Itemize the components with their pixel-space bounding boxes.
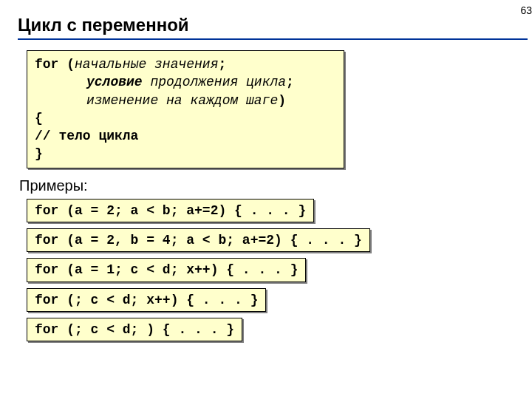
syntax-line-3: изменение на каждом шаге): [35, 92, 336, 109]
syntax-line-1: for (начальные значения;: [35, 55, 336, 73]
syntax-line-2: условие продолжения цикла;: [35, 73, 336, 91]
open-paren: (: [58, 57, 75, 72]
examples-label: Примеры:: [19, 177, 532, 194]
sep-1: ;: [218, 57, 226, 72]
part-cond-bold: условие: [86, 75, 143, 89]
examples-list: for (a = 2; a < b; a+=2) { . . . } for (…: [18, 199, 532, 341]
part-init: начальные значения: [75, 57, 218, 72]
page-number: 63: [520, 4, 532, 16]
part-cond-rest: продолжения цикла: [143, 75, 286, 89]
brace-close: }: [35, 145, 336, 163]
example-5: for (; c < d; ) { . . . }: [27, 318, 242, 341]
page-title: Цикл с переменной: [18, 15, 532, 35]
sep-2: ;: [286, 75, 294, 89]
example-4: for (; c < d; x++) { . . . }: [27, 288, 266, 312]
for-keyword: for: [35, 57, 58, 72]
body-comment: // тело цикла: [35, 127, 336, 145]
example-3: for (a = 1; c < d; x++) { . . . }: [27, 258, 306, 282]
example-2: for (a = 2, b = 4; a < b; a+=2) { . . . …: [27, 228, 370, 252]
close-paren: ): [278, 93, 286, 108]
brace-open: {: [35, 109, 336, 127]
example-1: for (a = 2; a < b; a+=2) { . . . }: [27, 199, 314, 222]
part-step: изменение на каждом шаге: [86, 93, 278, 108]
syntax-block: for (начальные значения; условие продолж…: [27, 50, 344, 168]
title-underline: [18, 38, 528, 40]
